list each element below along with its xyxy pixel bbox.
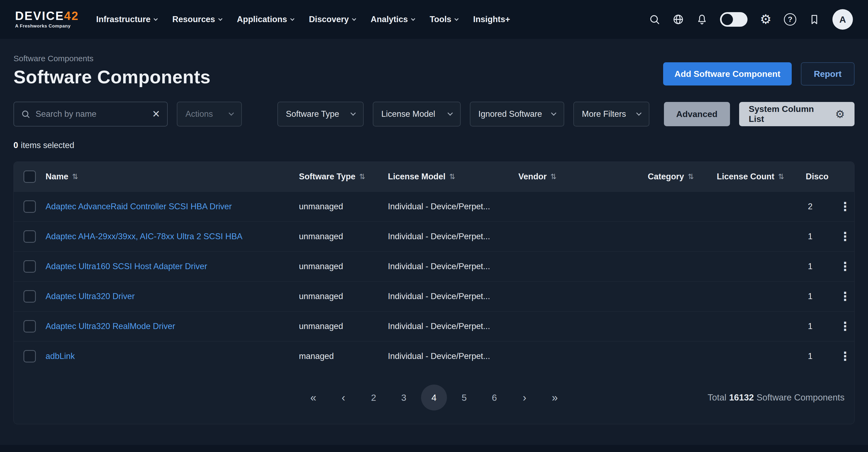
sort-icon[interactable]: ⇅ [450,172,456,181]
pagination-last-button[interactable]: » [542,385,568,411]
table-row: Adaptec Ultra160 SCSI Host Adapter Drive… [14,251,854,281]
selection-count: 0 [13,141,18,150]
column-header-name[interactable]: Name⇅ [45,172,299,181]
nav-item-tools[interactable]: Tools [430,14,458,24]
row-checkbox[interactable] [24,350,36,362]
pagination-page-4-active[interactable]: 4 [421,385,447,411]
license-model-cell: Individual - Device/Perpet... [388,292,518,301]
globe-icon[interactable] [673,14,684,25]
toggle-knob [722,14,733,25]
nav-item-applications[interactable]: Applications [237,14,294,24]
row-actions-kebab-icon[interactable]: ⋮ [835,261,855,272]
nav-item-discovery[interactable]: Discovery [309,14,355,24]
license-model-cell: Individual - Device/Perpet... [388,322,518,331]
row-checkbox[interactable] [24,230,36,243]
help-icon[interactable]: ? [784,13,796,26]
notifications-bell-icon[interactable] [696,14,708,25]
row-actions-kebab-icon[interactable]: ⋮ [835,321,855,332]
row-actions-kebab-icon[interactable]: ⋮ [835,201,855,212]
chevron-down-icon [154,17,158,21]
pagination-prev-button[interactable]: ‹ [331,385,356,411]
row-checkbox[interactable] [24,290,36,303]
nav-item-infrastructure[interactable]: Infrastructure [96,14,157,24]
actions-dropdown[interactable]: Actions [177,102,242,126]
total-count-value: 16132 [729,392,754,403]
software-name-link[interactable]: adbLink [45,352,299,361]
clear-search-icon[interactable]: ✕ [152,109,160,119]
count-cell: 2 [806,202,835,211]
sort-icon[interactable]: ⇅ [688,172,694,181]
count-cell: 1 [806,232,835,241]
table-footer: « ‹ 2 3 4 5 6 › » Total16132Software Com… [14,371,854,424]
software-type-filter-dropdown[interactable]: Software Type [277,102,364,126]
page-header: Software Components Software Components … [0,39,868,87]
sort-icon[interactable]: ⇅ [72,172,78,181]
more-filters-dropdown[interactable]: More Filters [574,102,649,126]
pagination: « ‹ 2 3 4 5 6 › » [300,385,568,411]
column-header-discovered[interactable]: Disco [806,172,835,181]
pagination-page-5[interactable]: 5 [451,385,477,411]
nav-item-resources[interactable]: Resources [172,14,222,24]
chevron-down-icon [411,17,415,21]
software-type-cell: unmanaged [299,322,388,331]
row-checkbox[interactable] [24,200,36,213]
nav-item-analytics[interactable]: Analytics [371,14,414,24]
chevron-down-icon [551,110,556,116]
table-row: Adaptec Ultra320 Driver unmanaged Indivi… [14,281,854,311]
count-cell: 1 [806,262,835,271]
device42-logo[interactable]: DEVICE42 A Freshworks Company [15,10,79,29]
nav-item-insights[interactable]: Insights+ [473,14,510,24]
ignored-software-filter-dropdown[interactable]: Ignored Software [470,102,564,126]
add-software-component-button[interactable]: Add Software Component [663,62,792,86]
table-row: Adaptec AdvanceRaid Controller SCSI HBA … [14,191,854,221]
chevron-down-icon [352,17,356,21]
advanced-button[interactable]: Advanced [664,102,730,126]
software-type-cell: unmanaged [299,232,388,241]
column-header-vendor[interactable]: Vendor⇅ [518,172,648,181]
software-type-cell: managed [299,352,388,361]
dark-mode-toggle[interactable] [720,12,747,27]
sort-icon[interactable]: ⇅ [551,172,557,181]
search-input[interactable] [36,109,147,119]
report-button[interactable]: Report [801,62,855,86]
count-cell: 1 [806,352,835,361]
column-header-software-type[interactable]: Software Type⇅ [299,172,388,181]
selection-status: 0items selected [0,141,868,150]
search-box: ✕ [13,102,168,126]
system-column-list-button[interactable]: System Column List ⚙ [739,102,855,126]
user-avatar[interactable]: A [832,9,853,30]
pagination-next-button[interactable]: › [512,385,537,411]
count-cell: 1 [806,322,835,331]
software-type-cell: unmanaged [299,262,388,271]
bookmark-icon[interactable] [809,14,820,25]
sort-icon[interactable]: ⇅ [778,172,784,181]
filter-bar: ✕ Actions Software Type License Model Ig… [0,102,868,126]
row-actions-kebab-icon[interactable]: ⋮ [835,231,855,242]
software-name-link[interactable]: Adaptec Ultra160 SCSI Host Adapter Drive… [45,262,299,271]
chevron-down-icon [228,110,234,116]
pagination-page-6[interactable]: 6 [482,385,507,411]
settings-gear-icon[interactable]: ⚙ [760,13,772,26]
row-checkbox[interactable] [24,260,36,273]
license-model-filter-dropdown[interactable]: License Model [373,102,461,126]
pagination-page-3[interactable]: 3 [391,385,417,411]
sort-icon[interactable]: ⇅ [359,172,366,181]
column-header-category[interactable]: Category⇅ [648,172,717,181]
logo-text: DEVICE42 [15,10,79,22]
pagination-first-button[interactable]: « [300,385,326,411]
row-actions-kebab-icon[interactable]: ⋮ [835,291,855,302]
search-icon[interactable] [649,14,660,25]
column-header-license-model[interactable]: License Model⇅ [388,172,518,181]
software-name-link[interactable]: Adaptec AdvanceRaid Controller SCSI HBA … [45,202,299,211]
row-actions-kebab-icon[interactable]: ⋮ [835,350,855,362]
pagination-page-2[interactable]: 2 [361,385,386,411]
select-all-checkbox[interactable] [24,171,36,183]
row-checkbox[interactable] [24,320,36,333]
software-name-link[interactable]: Adaptec AHA-29xx/39xx, AIC-78xx Ultra 2 … [45,232,299,241]
software-name-link[interactable]: Adaptec Ultra320 RealMode Driver [45,322,299,331]
license-model-cell: Individual - Device/Perpet... [388,232,518,241]
software-name-link[interactable]: Adaptec Ultra320 Driver [45,292,299,301]
column-header-license-count[interactable]: License Count⇅ [717,172,806,181]
count-cell: 1 [806,292,835,301]
chevron-down-icon [290,17,294,21]
